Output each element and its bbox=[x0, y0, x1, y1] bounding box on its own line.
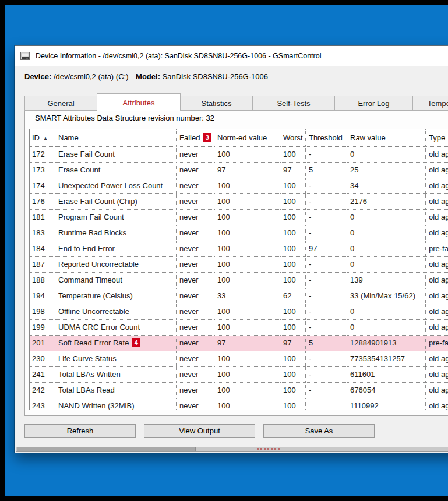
cell-id: 241 bbox=[30, 367, 55, 383]
header-raw-value[interactable]: Raw value bbox=[347, 129, 426, 147]
table-row[interactable]: 201Soft Read Error Rate4never97975128849… bbox=[30, 336, 448, 351]
tab-self-tests[interactable]: Self-Tests bbox=[252, 96, 335, 111]
cell-id: 199 bbox=[30, 320, 55, 336]
tab-temperature-log[interactable]: Temperature Log bbox=[412, 96, 448, 111]
table-row[interactable]: 230Life Curve Statusnever100100-77353541… bbox=[30, 351, 448, 367]
cell-id: 181 bbox=[30, 210, 55, 225]
table-row[interactable]: 181Program Fail Countnever100100-0old ag… bbox=[30, 210, 448, 225]
horizontal-scrollbar[interactable] bbox=[16, 447, 448, 452]
table-row[interactable]: 173Erase Countnever9797525old age bbox=[30, 163, 448, 178]
cell-type: pre-fail bbox=[426, 336, 448, 351]
tab-statistics[interactable]: Statistics bbox=[180, 96, 253, 111]
cell-failed: never bbox=[177, 320, 214, 336]
gsmartcontrol-device-window: Device Information - /dev/csmi0,2 (ata):… bbox=[15, 45, 448, 453]
tab-bar: General Attributes Statistics Self-Tests… bbox=[24, 93, 448, 111]
header-name[interactable]: Name bbox=[55, 129, 177, 147]
cell-threshold: 5 bbox=[306, 336, 347, 351]
refresh-button[interactable]: Refresh bbox=[24, 424, 136, 438]
cell-threshold: 97 bbox=[306, 241, 347, 257]
cell-threshold: - bbox=[306, 367, 347, 383]
table-row[interactable]: 187Reported Uncorrectablenever100100-0ol… bbox=[30, 257, 448, 273]
table-row[interactable]: 183Runtime Bad Blocksnever100100-0old ag… bbox=[30, 225, 448, 241]
hard-drive-icon bbox=[20, 52, 30, 60]
cell-failed: never bbox=[177, 241, 214, 257]
save-as-button[interactable]: Save As bbox=[263, 424, 375, 438]
device-info-line: Device: /dev/csmi0,2 (ata) (C:) Model: S… bbox=[24, 72, 273, 81]
cell-type: old age bbox=[426, 288, 448, 304]
cell-threshold bbox=[306, 398, 347, 410]
cell-normed-value: 100 bbox=[214, 273, 280, 288]
cell-failed: never bbox=[177, 398, 214, 410]
model-value: SanDisk SD8SN8U-256G-1006 bbox=[163, 72, 268, 81]
table-row[interactable]: 241Total LBAs Writtennever100100-611601o… bbox=[30, 367, 448, 383]
header-failed[interactable]: Failed3 bbox=[177, 129, 214, 147]
table-row[interactable]: 242Total LBAs Readnever100100-676054old … bbox=[30, 383, 448, 398]
screen: { "window": { "title": "Device Informati… bbox=[0, 0, 448, 501]
cell-failed: never bbox=[177, 210, 214, 225]
table-row[interactable]: 174Unexpected Power Loss Countnever10010… bbox=[30, 178, 448, 194]
table-row[interactable]: 176Erase Fail Count (Chip)never100100-21… bbox=[30, 194, 448, 210]
cell-worst: 100 bbox=[280, 257, 306, 273]
cell-raw-value: 12884901913 bbox=[347, 336, 426, 351]
view-output-button[interactable]: View Output bbox=[144, 424, 255, 438]
device-value: /dev/csmi0,2 (ata) (C:) bbox=[54, 72, 129, 81]
cell-raw-value: 0 bbox=[347, 241, 426, 257]
cell-raw-value: 33 (Min/Max 15/62) bbox=[347, 288, 426, 304]
table-row[interactable]: 243NAND Written (32MiB)never100100111099… bbox=[30, 398, 448, 410]
cell-failed: never bbox=[177, 367, 214, 383]
cell-failed: never bbox=[177, 257, 214, 273]
cell-id: 198 bbox=[30, 304, 55, 320]
cell-failed: never bbox=[177, 273, 214, 288]
annotation-badge-4: 4 bbox=[132, 338, 140, 347]
cell-raw-value: 0 bbox=[347, 210, 426, 225]
header-normed-value[interactable]: Norm-ed value bbox=[214, 129, 280, 147]
table-row[interactable]: 198Offline Uncorrectablenever100100-0old… bbox=[30, 304, 448, 320]
scrollbar-thumb[interactable] bbox=[17, 447, 196, 451]
cell-id: 183 bbox=[30, 225, 55, 241]
cell-id: 174 bbox=[30, 178, 55, 194]
cell-threshold: - bbox=[306, 351, 347, 367]
tab-error-log[interactable]: Error Log bbox=[334, 96, 413, 111]
table-row[interactable]: 188Command Timeoutnever100100-139old age bbox=[30, 273, 448, 288]
header-type[interactable]: Type bbox=[426, 129, 448, 147]
attributes-table: ID▲ Name Failed3 Norm-ed value Worst Thr… bbox=[29, 129, 448, 410]
header-worst[interactable]: Worst bbox=[280, 129, 306, 147]
cell-raw-value: 7735354131257 bbox=[347, 351, 426, 367]
attributes-table-body: 172Erase Fail Countnever100100-0old age1… bbox=[30, 147, 448, 410]
cell-name: Total LBAs Written bbox=[55, 367, 177, 383]
table-row[interactable]: 172Erase Fail Countnever100100-0old age bbox=[30, 147, 448, 163]
cell-normed-value: 100 bbox=[214, 257, 280, 273]
cell-normed-value: 100 bbox=[214, 383, 280, 398]
tab-general[interactable]: General bbox=[24, 96, 97, 111]
cell-worst: 100 bbox=[280, 273, 306, 288]
cell-worst: 100 bbox=[280, 304, 306, 320]
cell-normed-value: 100 bbox=[214, 351, 280, 367]
table-row[interactable]: 194Temperature (Celsius)never3362-33 (Mi… bbox=[30, 288, 448, 304]
header-id[interactable]: ID▲ bbox=[30, 129, 55, 147]
cell-name: Temperature (Celsius) bbox=[55, 288, 177, 304]
cell-raw-value: 676054 bbox=[347, 383, 426, 398]
cell-name: Soft Read Error Rate4 bbox=[55, 336, 177, 351]
tab-attributes[interactable]: Attributes bbox=[97, 93, 181, 111]
cell-name: Erase Fail Count (Chip) bbox=[55, 194, 177, 210]
header-threshold[interactable]: Threshold bbox=[306, 129, 347, 147]
cell-worst: 100 bbox=[280, 320, 306, 336]
cell-threshold: 5 bbox=[306, 163, 347, 178]
cell-type: old age bbox=[426, 367, 448, 383]
cell-id: 176 bbox=[30, 194, 55, 210]
cell-worst: 100 bbox=[280, 210, 306, 225]
cell-name: Erase Fail Count bbox=[55, 147, 177, 163]
cell-threshold: - bbox=[306, 147, 347, 163]
cell-name: Life Curve Status bbox=[55, 351, 177, 367]
title-bar[interactable]: Device Information - /dev/csmi0,2 (ata):… bbox=[15, 46, 448, 66]
table-row[interactable]: 184End to End Errornever100100970pre-fai… bbox=[30, 241, 448, 257]
cell-name: Command Timeout bbox=[55, 273, 177, 288]
cell-name: Erase Count bbox=[55, 163, 177, 178]
cell-normed-value: 100 bbox=[214, 320, 280, 336]
table-row[interactable]: 199UDMA CRC Error Countnever100100-0old … bbox=[30, 320, 448, 336]
cell-type: old age bbox=[426, 304, 448, 320]
cell-worst: 97 bbox=[280, 336, 306, 351]
cell-failed: never bbox=[177, 288, 214, 304]
cell-worst: 100 bbox=[280, 194, 306, 210]
cell-failed: never bbox=[177, 383, 214, 398]
